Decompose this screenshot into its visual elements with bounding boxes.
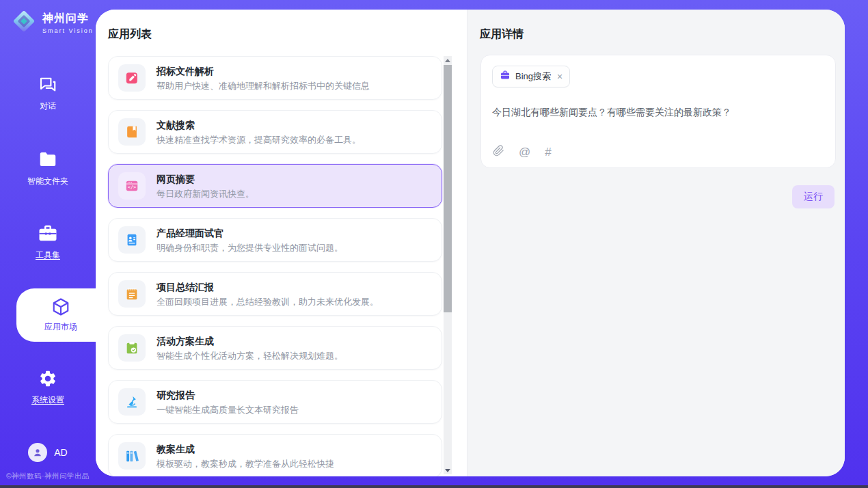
user-account[interactable]: AD — [0, 443, 96, 462]
input-toolbar: @ # — [493, 145, 552, 159]
query-text[interactable]: 今日湖北有哪些新闻要点？有哪些需要关注的最新政策？ — [492, 105, 824, 119]
brand-diamond-icon — [11, 8, 37, 37]
brand-name: 神州问学 — [42, 12, 94, 26]
app-title: 项目总结汇报 — [157, 281, 379, 293]
user-initials: AD — [54, 447, 67, 458]
tool-chip-label: Bing搜索 — [515, 70, 551, 83]
app-list-title: 应用列表 — [108, 27, 152, 42]
microscope-icon — [118, 388, 146, 416]
book-icon — [118, 118, 146, 146]
folder-icon — [38, 149, 58, 171]
sidebar-item-label: 系统设置 — [0, 394, 96, 406]
app-list-item[interactable]: 活动方案生成 智能生成个性化活动方案，轻松解决规划难题。 — [108, 326, 442, 370]
scrollbar-down-arrow-icon[interactable] — [444, 466, 452, 474]
edit-doc-icon — [118, 64, 146, 92]
cube-icon — [51, 297, 71, 318]
app-description: 帮助用户快速、准确地理解和解析招标书中的关键信息 — [157, 80, 370, 92]
app-description: 每日政府新闻资讯快查。 — [157, 188, 254, 200]
app-title: 网页摘要 — [157, 173, 254, 185]
topic-hash-icon[interactable]: # — [545, 146, 551, 158]
app-title: 文献搜索 — [157, 119, 361, 131]
toolbox-icon — [38, 223, 58, 245]
app-list-item[interactable]: 项目总结汇报 全面回顾项目进展，总结经验教训，助力未来优化发展。 — [108, 272, 442, 316]
clipboard-check-icon — [118, 334, 146, 362]
app-list-item[interactable]: </> 网页摘要 每日政府新闻资讯快查。 — [108, 164, 442, 208]
copyright-footer: ©神州数码·神州问学出品 — [0, 472, 96, 481]
chat-icon — [38, 74, 58, 96]
app-list-item[interactable]: 研究报告 一键智能生成高质量长文本研究报告 — [108, 380, 442, 424]
sidebar-item-label: 对话 — [0, 100, 96, 112]
app-detail-title: 应用详情 — [480, 27, 524, 42]
brand-subtitle: Smart Vision — [42, 27, 94, 34]
scrollbar-thumb[interactable] — [444, 65, 452, 312]
app-title: 招标文件解析 — [157, 65, 370, 77]
app-detail-panel: 应用详情 Bing搜索 × 今日湖北有哪些新闻要点？有哪些需要关注的最新政策？ — [467, 10, 845, 476]
app-title: 产品经理面试官 — [157, 227, 343, 239]
attachment-paperclip-icon[interactable] — [493, 145, 504, 159]
app-description: 智能生成个性化活动方案，轻松解决规划难题。 — [157, 350, 343, 362]
notepad-icon — [118, 280, 146, 308]
app-title: 研究报告 — [157, 389, 299, 401]
app-description: 模板驱动，教案秒成，教学准备从此轻松快捷 — [157, 458, 334, 470]
avatar — [28, 443, 47, 462]
app-description: 一键智能生成高质量长文本研究报告 — [157, 404, 299, 416]
app-description: 明确身份和职责，为您提供专业性的面试问题。 — [157, 242, 343, 254]
prompt-card: Bing搜索 × 今日湖北有哪些新闻要点？有哪些需要关注的最新政策？ @ # — [480, 55, 836, 168]
app-list-item[interactable]: 文献搜索 快速精准查找学术资源，提高研究效率的必备工具。 — [108, 110, 442, 154]
sidebar-item-智能文件夹[interactable]: 智能文件夹 — [0, 149, 96, 187]
svg-text:</>: </> — [128, 185, 136, 190]
books-icon — [118, 442, 146, 470]
app-title: 教案生成 — [157, 443, 334, 455]
app-list-panel: 应用列表 招标文件解析 帮助用户快速、准确地理解和解析招标书中的关键信息 文献搜… — [96, 10, 467, 476]
app-list: 招标文件解析 帮助用户快速、准确地理解和解析招标书中的关键信息 文献搜索 快速精… — [108, 56, 442, 476]
app-description: 全面回顾项目进展，总结经验教训，助力未来优化发展。 — [157, 296, 379, 308]
scrollbar-up-arrow-icon[interactable] — [444, 56, 452, 64]
sidebar-item-对话[interactable]: 对话 — [0, 74, 96, 112]
gear-icon — [38, 369, 57, 391]
sidebar: 神州问学 Smart Vision 对话智能文件夹工具集应用市场系统设置 AD … — [0, 0, 96, 488]
brand-logo: 神州问学 Smart Vision — [11, 8, 94, 37]
browser-code-icon: </> — [118, 172, 146, 200]
sidebar-item-label: 工具集 — [0, 249, 96, 261]
window-bottom-edge — [0, 485, 868, 488]
sidebar-item-label: 应用市场 — [16, 321, 105, 333]
sidebar-item-工具集[interactable]: 工具集 — [0, 223, 96, 261]
app-title: 活动方案生成 — [157, 335, 343, 347]
run-row: 运行 — [792, 185, 835, 208]
mention-at-icon[interactable]: @ — [519, 146, 530, 158]
run-button[interactable]: 运行 — [792, 185, 835, 208]
sidebar-item-系统设置[interactable]: 系统设置 — [0, 369, 96, 406]
app-list-item[interactable]: 教案生成 模板驱动，教案秒成，教学准备从此轻松快捷 — [108, 434, 442, 476]
app-list-scrollbar[interactable] — [444, 56, 452, 474]
chip-close-icon[interactable]: × — [557, 72, 562, 81]
briefcase-icon — [500, 70, 511, 83]
app-list-item[interactable]: 招标文件解析 帮助用户快速、准确地理解和解析招标书中的关键信息 — [108, 56, 442, 100]
interview-icon — [118, 226, 146, 254]
app-list-item[interactable]: 产品经理面试官 明确身份和职责，为您提供专业性的面试问题。 — [108, 218, 442, 262]
tool-chip-bing-search[interactable]: Bing搜索 × — [492, 66, 570, 87]
app-description: 快速精准查找学术资源，提高研究效率的必备工具。 — [157, 134, 361, 146]
main-container: 应用列表 招标文件解析 帮助用户快速、准确地理解和解析招标书中的关键信息 文献搜… — [96, 10, 845, 476]
sidebar-item-label: 智能文件夹 — [0, 176, 96, 187]
